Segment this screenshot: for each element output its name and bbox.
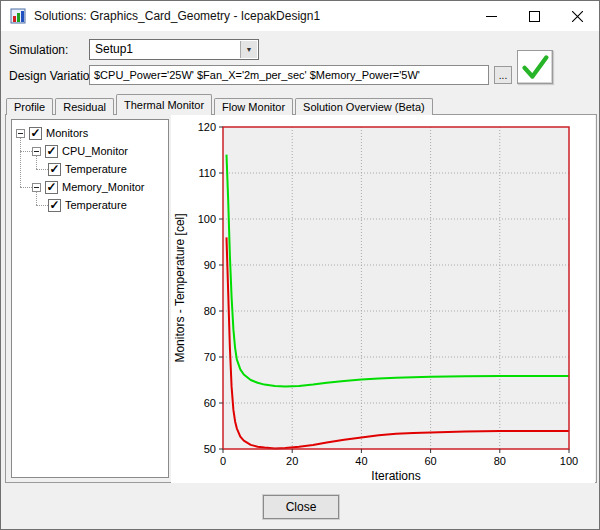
app-icon [10, 8, 26, 24]
svg-text:40: 40 [355, 455, 367, 467]
checkbox-monitors[interactable] [29, 127, 42, 140]
tree-row-memory-temperature: Temperature [12, 196, 168, 214]
tree-row-monitors: Monitors [12, 124, 168, 142]
tab-residual[interactable]: Residual [55, 98, 114, 115]
minimize-icon [486, 11, 497, 22]
simulation-dropdown[interactable]: Setup1 ▼ [89, 39, 259, 60]
tab-flow-monitor[interactable]: Flow Monitor [214, 98, 293, 115]
tree-label[interactable]: Temperature [65, 199, 127, 211]
tree-row-memory-monitor: Memory_Monitor [12, 178, 168, 196]
tree-row-cpu-temperature: Temperature [12, 160, 168, 178]
close-window-button[interactable] [556, 1, 599, 31]
collapse-expander-icon[interactable] [16, 129, 25, 138]
tree-label[interactable]: Monitors [46, 127, 88, 139]
monitor-tree: Monitors CPU_Monitor Temperature Memory_… [11, 119, 169, 478]
svg-text:Monitors - Temperature [cel]: Monitors - Temperature [cel] [173, 213, 187, 362]
design-variation-label: Design Variation: [9, 69, 100, 83]
checkbox-cpu-temperature[interactable] [48, 163, 61, 176]
design-variation-field[interactable]: $CPU_Power='25W' $Fan_X='2m_per_sec' $Me… [89, 65, 489, 85]
tree-label[interactable]: Temperature [65, 163, 127, 175]
svg-text:70: 70 [204, 351, 216, 363]
checkbox-memory-temperature[interactable] [48, 199, 61, 212]
apply-variation-button[interactable] [517, 50, 553, 84]
simulation-label: Simulation: [9, 43, 68, 57]
svg-text:20: 20 [286, 455, 298, 467]
svg-text:50: 50 [204, 443, 216, 455]
green-checkmark-icon [521, 54, 549, 80]
svg-text:80: 80 [204, 305, 216, 317]
svg-text:Iterations: Iterations [371, 469, 420, 483]
tree-label[interactable]: Memory_Monitor [62, 181, 145, 193]
svg-text:60: 60 [424, 455, 436, 467]
close-icon [572, 11, 583, 22]
maximize-button[interactable] [513, 1, 556, 31]
tree-label[interactable]: CPU_Monitor [62, 145, 128, 157]
svg-text:110: 110 [198, 167, 216, 179]
svg-text:100: 100 [560, 455, 578, 467]
tab-solution-overview[interactable]: Solution Overview (Beta) [295, 98, 433, 115]
svg-text:80: 80 [494, 455, 506, 467]
window-controls [470, 1, 599, 31]
svg-text:120: 120 [198, 121, 216, 133]
tree-row-cpu-monitor: CPU_Monitor [12, 142, 168, 160]
tab-profile[interactable]: Profile [6, 98, 53, 115]
maximize-icon [529, 11, 540, 22]
minimize-button[interactable] [470, 1, 513, 31]
checkbox-cpu-monitor[interactable] [45, 145, 58, 158]
title-bar: Solutions: Graphics_Card_Geometry - Icep… [1, 1, 599, 31]
collapse-expander-icon[interactable] [32, 183, 41, 192]
close-button[interactable]: Close [263, 495, 339, 519]
svg-text:100: 100 [198, 213, 216, 225]
simulation-value: Setup1 [90, 40, 258, 58]
tab-thermal-monitor[interactable]: Thermal Monitor [116, 94, 212, 115]
svg-text:90: 90 [204, 259, 216, 271]
collapse-expander-icon[interactable] [32, 147, 41, 156]
tab-strip: Profile Residual Thermal Monitor Flow Mo… [6, 94, 435, 115]
checkbox-memory-monitor[interactable] [45, 181, 58, 194]
window-title: Solutions: Graphics_Card_Geometry - Icep… [34, 9, 320, 23]
svg-text:0: 0 [220, 455, 226, 467]
svg-text:60: 60 [204, 397, 216, 409]
dropdown-arrow-icon[interactable]: ▼ [240, 41, 257, 58]
monitor-chart: 5060708090100110120020406080100Iteration… [171, 115, 595, 483]
browse-button[interactable]: ... [494, 66, 512, 84]
solutions-dialog: Solutions: Graphics_Card_Geometry - Icep… [0, 0, 600, 530]
